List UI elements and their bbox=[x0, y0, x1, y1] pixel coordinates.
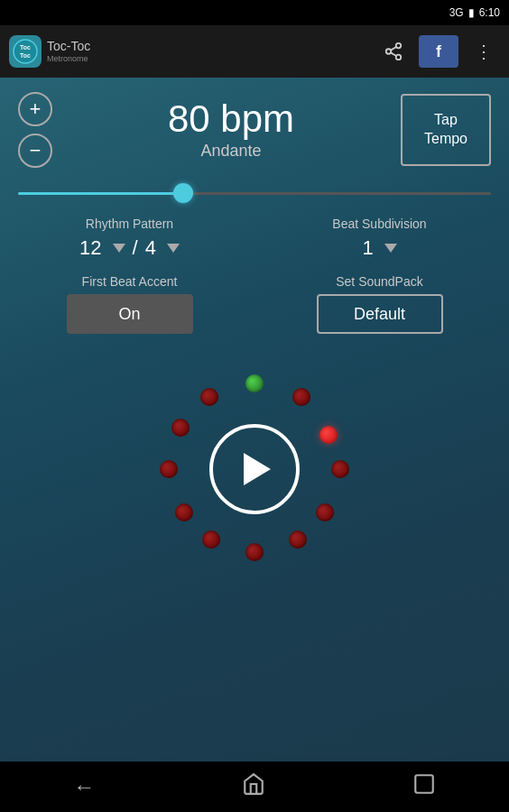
tempo-slider[interactable] bbox=[18, 184, 491, 202]
back-button[interactable]: ← bbox=[73, 774, 95, 799]
toolbar: Toc Toc Toc-Toc Metronome f ⋮ bbox=[0, 25, 509, 78]
svg-text:Toc: Toc bbox=[20, 52, 31, 59]
slider-track bbox=[18, 192, 491, 195]
rhythm-numerator-chevron[interactable] bbox=[113, 244, 125, 253]
svg-line-6 bbox=[391, 52, 396, 56]
recents-button[interactable] bbox=[412, 772, 436, 801]
bpm-row: + − 80 bpm Andante Tap Tempo bbox=[18, 92, 491, 168]
home-button[interactable] bbox=[242, 772, 265, 801]
beat-dot-9 bbox=[175, 503, 193, 521]
bpm-display: 80 bpm Andante bbox=[52, 100, 401, 161]
rhythm-pattern-group: Rhythm Pattern 12 / 4 bbox=[18, 217, 241, 260]
set-soundpack-label: Set SoundPack bbox=[268, 274, 491, 289]
status-bar: 3G ▮ 6:10 bbox=[0, 0, 509, 25]
bpm-increase-button[interactable]: + bbox=[18, 92, 52, 126]
slider-thumb[interactable] bbox=[173, 183, 193, 203]
beat-dot-7 bbox=[245, 543, 264, 561]
svg-rect-8 bbox=[415, 775, 433, 793]
tempo-name: Andante bbox=[61, 142, 401, 161]
beat-dot-8 bbox=[202, 531, 220, 549]
more-options-button[interactable]: ⋮ bbox=[467, 35, 500, 68]
rhythm-numerator[interactable]: 12 bbox=[79, 236, 101, 260]
rhythm-divider: / bbox=[133, 236, 138, 260]
logo-text-group: Toc-Toc Metronome bbox=[47, 40, 90, 62]
bpm-controls: + − bbox=[18, 92, 52, 168]
play-button[interactable] bbox=[209, 424, 300, 514]
svg-point-0 bbox=[14, 40, 37, 63]
beat-circle bbox=[155, 370, 354, 568]
app-logo: Toc Toc Toc-Toc Metronome bbox=[9, 35, 90, 68]
first-beat-accent-label: First Beat Accent bbox=[18, 274, 241, 289]
beat-dot-4 bbox=[331, 460, 349, 478]
rhythm-denominator-chevron[interactable] bbox=[167, 244, 180, 253]
set-soundpack-button[interactable]: Default bbox=[317, 294, 443, 334]
logo-icon: Toc Toc bbox=[9, 35, 42, 68]
main-content: + − 80 bpm Andante Tap Tempo Rhythm Patt… bbox=[0, 78, 509, 568]
svg-point-5 bbox=[396, 55, 402, 60]
bpm-value: 80 bpm bbox=[61, 100, 401, 138]
svg-line-7 bbox=[391, 47, 396, 51]
set-soundpack-group: Set SoundPack Default bbox=[268, 274, 491, 334]
beat-subdivision-value-row: 1 bbox=[268, 236, 491, 260]
first-beat-accent-button[interactable]: On bbox=[67, 294, 193, 334]
beat-subdivision-value[interactable]: 1 bbox=[362, 236, 373, 260]
controls-grid: Rhythm Pattern 12 / 4 Beat Subdivision 1… bbox=[18, 217, 491, 334]
play-icon bbox=[244, 453, 271, 485]
beat-dot-10 bbox=[160, 460, 178, 478]
nav-bar: ← bbox=[0, 761, 509, 812]
beat-dot-6 bbox=[289, 531, 307, 549]
svg-text:Toc: Toc bbox=[20, 44, 31, 51]
facebook-button[interactable]: f bbox=[419, 35, 458, 68]
app-subtitle: Metronome bbox=[47, 54, 90, 63]
svg-point-4 bbox=[386, 49, 392, 54]
beat-subdivision-label: Beat Subdivision bbox=[268, 217, 491, 231]
rhythm-denominator[interactable]: 4 bbox=[145, 236, 156, 260]
share-button[interactable] bbox=[377, 35, 410, 68]
app-name: Toc-Toc bbox=[47, 40, 90, 53]
beat-subdivision-group: Beat Subdivision 1 bbox=[268, 217, 491, 260]
beat-dot-11 bbox=[171, 419, 190, 437]
beat-subdivision-chevron[interactable] bbox=[384, 244, 397, 253]
svg-point-3 bbox=[396, 43, 402, 49]
tap-tempo-button[interactable]: Tap Tempo bbox=[401, 94, 491, 166]
rhythm-pattern-label: Rhythm Pattern bbox=[18, 217, 241, 231]
play-area bbox=[18, 370, 491, 568]
beat-dot-2 bbox=[292, 388, 310, 406]
battery-icon: ▮ bbox=[468, 6, 475, 19]
first-beat-accent-group: First Beat Accent On bbox=[18, 274, 241, 334]
signal-indicator: 3G bbox=[449, 6, 464, 19]
clock: 6:10 bbox=[479, 6, 500, 19]
beat-dot-3 bbox=[319, 426, 338, 444]
beat-dot-12 bbox=[200, 388, 218, 406]
beat-dot-5 bbox=[316, 503, 334, 521]
beat-dot-1 bbox=[245, 374, 264, 392]
bpm-decrease-button[interactable]: − bbox=[18, 134, 52, 168]
rhythm-pattern-value-row: 12 / 4 bbox=[18, 236, 241, 260]
